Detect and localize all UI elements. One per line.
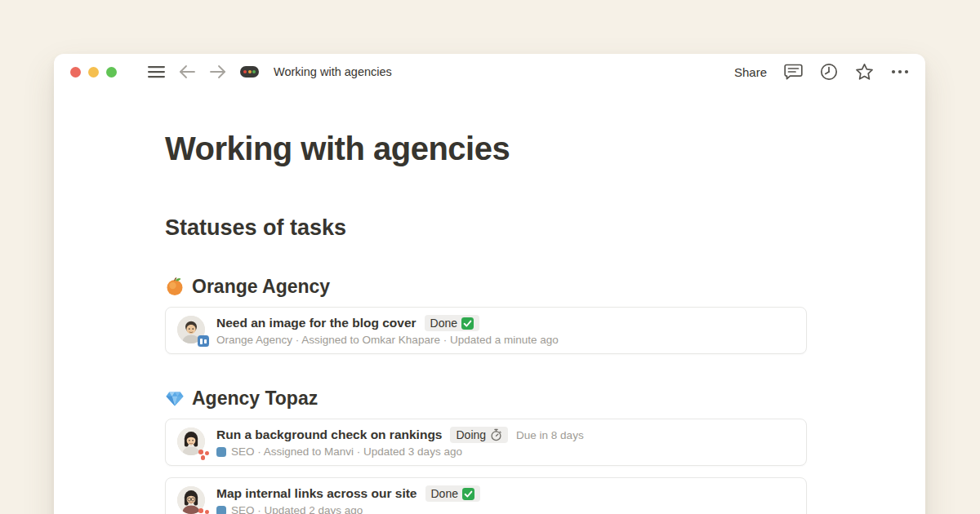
page-title: Working with agencies bbox=[165, 129, 807, 168]
group-name: Orange Agency bbox=[192, 274, 330, 299]
comments-icon[interactable] bbox=[784, 64, 803, 81]
avatar bbox=[177, 486, 207, 514]
task-meta: Orange Agency · Assigned to Omkar Khapar… bbox=[216, 334, 559, 346]
task-title: Map internal links across our site bbox=[216, 486, 417, 501]
page-favicon-traffic-light-icon bbox=[240, 66, 259, 78]
green-check-icon bbox=[461, 317, 474, 330]
app-window: Working with agencies Share bbox=[54, 54, 925, 514]
group-heading-orange-agency: Orange Agency bbox=[165, 274, 807, 299]
status-badge-doing: Doing bbox=[450, 427, 508, 443]
sidebar-menu-icon[interactable] bbox=[148, 65, 165, 78]
task-title: Need an image for the blog cover bbox=[216, 316, 416, 330]
zoom-window-button[interactable] bbox=[106, 67, 117, 78]
breadcrumb-page-title[interactable]: Working with agencies bbox=[274, 65, 392, 78]
more-options-icon[interactable] bbox=[891, 69, 909, 74]
traffic-lights bbox=[70, 67, 117, 78]
updates-clock-icon[interactable] bbox=[820, 63, 838, 81]
task-title: Run a background check on rankings bbox=[216, 428, 442, 442]
status-label: Done bbox=[430, 317, 457, 330]
task-card-blog-cover[interactable]: Need an image for the blog cover Done Or… bbox=[165, 307, 807, 354]
page-body: Working with agencies Statuses of tasks … bbox=[165, 129, 807, 514]
task-meta: SEO · Assigned to Manvi · Updated 3 days… bbox=[231, 445, 462, 458]
share-button[interactable]: Share bbox=[734, 65, 767, 79]
minimize-window-button[interactable] bbox=[88, 67, 99, 78]
titlebar: Working with agencies Share bbox=[54, 54, 925, 90]
status-badge-done: Done bbox=[425, 315, 479, 331]
green-check-icon bbox=[462, 488, 474, 500]
coral-dots-badge-icon bbox=[198, 449, 211, 460]
task-meta: SEO · Updated 2 days ago bbox=[231, 504, 363, 514]
stopwatch-icon bbox=[490, 428, 502, 441]
group-name: Agency Topaz bbox=[192, 386, 318, 410]
status-badge-done: Done bbox=[425, 485, 480, 502]
coral-dots-badge-icon bbox=[198, 507, 211, 514]
forward-arrow-icon[interactable] bbox=[209, 64, 227, 79]
back-arrow-icon[interactable] bbox=[178, 64, 196, 79]
board-database-badge-icon bbox=[198, 335, 209, 347]
due-date-text: Due in 8 days bbox=[516, 429, 584, 441]
avatar bbox=[177, 428, 207, 457]
seo-tag-color-chip bbox=[216, 506, 226, 514]
group-heading-agency-topaz: Agency Topaz bbox=[165, 386, 807, 410]
avatar bbox=[177, 316, 207, 345]
section-heading: Statuses of tasks bbox=[165, 214, 807, 241]
status-label: Done bbox=[431, 487, 458, 500]
seo-tag-color-chip bbox=[216, 447, 226, 457]
orange-emoji-icon bbox=[165, 277, 185, 296]
task-card-background-check[interactable]: Run a background check on rankings Doing bbox=[165, 419, 807, 466]
close-window-button[interactable] bbox=[70, 67, 81, 78]
task-card-internal-links[interactable]: Map internal links across our site Done bbox=[165, 477, 807, 514]
favorite-star-icon[interactable] bbox=[855, 63, 874, 81]
gem-emoji-icon bbox=[165, 388, 185, 408]
status-label: Doing bbox=[456, 428, 486, 441]
